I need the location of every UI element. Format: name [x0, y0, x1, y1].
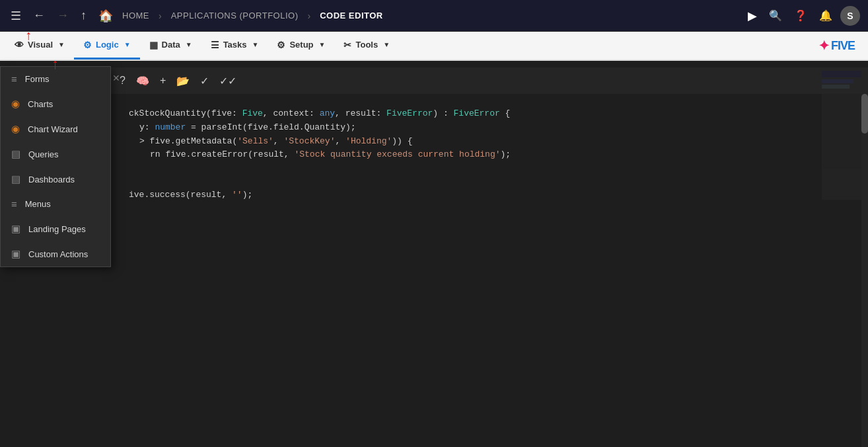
- dropdown-custom-actions[interactable]: ▣ Custom Actions: [1, 241, 110, 266]
- topbar: ☰ ← → ↑ 🏠 HOME › APPLICATIONS (PORTFOLIO…: [0, 0, 868, 32]
- code-line-1: ckStockQuantity(five: Five, context: any…: [129, 107, 855, 121]
- tools-icon: ✂: [344, 40, 351, 50]
- editor-area: ? 🧠 + 📂 ✓ ✓✓ ✕ ckStockQuantity(five: Fiv…: [0, 61, 868, 447]
- up-icon[interactable]: ↑: [78, 6, 89, 25]
- dropdown-menus[interactable]: ≡ Menus: [1, 192, 110, 216]
- breadcrumb-sep-2: ›: [308, 11, 311, 21]
- editor-check-btn[interactable]: ✓: [196, 72, 213, 90]
- nav-tasks-label: Tasks: [223, 40, 247, 50]
- dropdown-dashboards[interactable]: ▤ Dashboards: [1, 167, 110, 192]
- red-arrow-indicator: ↑: [52, 56, 59, 73]
- dropdown-landing-pages[interactable]: ▣ Landing Pages: [1, 216, 110, 241]
- editor-ai-btn[interactable]: 🧠: [132, 72, 153, 90]
- landing-pages-icon: ▣: [11, 223, 20, 235]
- queries-label: Queries: [28, 149, 59, 159]
- close-button[interactable]: ✕: [112, 73, 120, 83]
- forms-icon: ≡: [11, 73, 17, 85]
- code-line-2: y: number = parseInt(five.field.Quantity…: [129, 121, 855, 135]
- data-icon: ▦: [149, 40, 158, 50]
- forward-icon[interactable]: →: [54, 6, 71, 25]
- tasks-caret: ▼: [252, 41, 259, 48]
- editor-folder-btn[interactable]: 📂: [172, 72, 194, 90]
- code-line-6: [129, 175, 855, 188]
- hamburger-icon[interactable]: ☰: [8, 6, 24, 26]
- chart-wizard-icon: ◉: [11, 123, 20, 135]
- visual-caret: ▼: [58, 41, 65, 48]
- help-icon[interactable]: ❓: [790, 5, 811, 26]
- minimap: [822, 67, 861, 200]
- menus-label: Menus: [25, 199, 51, 209]
- nav-logic[interactable]: ⚙ Logic ▼: [74, 32, 140, 60]
- visual-dropdown: ≡ Forms ◉ Charts ◉ Chart Wizard ▤ Querie…: [0, 66, 111, 267]
- logic-caret: ▼: [124, 41, 131, 48]
- nav-data[interactable]: ▦ Data ▼: [140, 32, 201, 60]
- dashboards-icon: ▤: [11, 173, 20, 185]
- tasks-icon: ☰: [211, 40, 219, 50]
- queries-icon: ▤: [11, 148, 20, 160]
- dropdown-queries[interactable]: ▤ Queries: [1, 142, 110, 167]
- run-button[interactable]: ▶: [744, 5, 761, 27]
- setup-icon: ⚙: [277, 40, 285, 50]
- code-line-4: rn five.createError(result, 'Stock quant…: [129, 148, 855, 162]
- editor-toolbar: ? 🧠 + 📂 ✓ ✓✓: [109, 67, 868, 94]
- dashboards-label: Dashboards: [28, 175, 75, 184]
- nav-tools-label: Tools: [355, 40, 378, 50]
- code-line-7: ive.success(result, '');: [129, 188, 855, 202]
- editor-add-btn[interactable]: +: [156, 72, 170, 89]
- nav-logic-label: Logic: [96, 40, 119, 50]
- search-icon[interactable]: 🔍: [765, 5, 786, 26]
- code-editor-content[interactable]: ckStockQuantity(five: Five, context: any…: [109, 94, 868, 447]
- setup-caret: ▼: [319, 41, 326, 48]
- nav-data-label: Data: [162, 40, 180, 50]
- nav-setup-label: Setup: [289, 40, 313, 50]
- scrollbar-thumb[interactable]: [861, 94, 868, 134]
- code-line-3: > five.getMetadata('Sells', 'StockKey', …: [129, 135, 855, 149]
- custom-actions-label: Custom Actions: [28, 249, 88, 259]
- visual-icon: 👁: [15, 40, 24, 50]
- back-icon[interactable]: ←: [30, 6, 48, 25]
- red-arrow-top: ↑: [25, 28, 32, 43]
- editor-double-check-btn[interactable]: ✓✓: [215, 72, 240, 90]
- logic-icon: ⚙: [83, 40, 92, 50]
- logo-star: ✦: [818, 38, 830, 54]
- breadcrumb-sep-1: ›: [159, 11, 162, 21]
- dropdown-chart-wizard[interactable]: ◉ Chart Wizard: [1, 116, 110, 142]
- menus-icon: ≡: [11, 198, 17, 210]
- nav-tasks[interactable]: ☰ Tasks ▼: [201, 32, 268, 60]
- home-icon[interactable]: 🏠: [96, 6, 116, 26]
- vertical-scrollbar[interactable]: [861, 94, 868, 447]
- nav-setup[interactable]: ⚙ Setup ▼: [268, 32, 334, 60]
- editor-panel: ? 🧠 + 📂 ✓ ✓✓ ✕ ckStockQuantity(five: Fiv…: [109, 67, 868, 447]
- topbar-right: ▶ 🔍 ❓ 🔔 S: [744, 5, 860, 27]
- chart-wizard-label: Chart Wizard: [28, 124, 78, 134]
- navbar: 👁 Visual ▼ ↑ ⚙ Logic ▼ ▦ Data ▼ ☰ Tasks …: [0, 32, 868, 61]
- dropdown-charts[interactable]: ◉ Charts: [1, 91, 110, 116]
- landing-pages-label: Landing Pages: [28, 224, 86, 234]
- breadcrumb-home[interactable]: HOME: [122, 11, 149, 20]
- nav-tools[interactable]: ✂ Tools ▼: [334, 32, 399, 60]
- breadcrumb-editor: CODE EDITOR: [320, 11, 383, 20]
- logo-text: FIVE: [831, 39, 855, 53]
- breadcrumb-apps[interactable]: APPLICATIONS (PORTFOLIO): [171, 11, 299, 20]
- custom-actions-icon: ▣: [11, 248, 20, 260]
- data-caret: ▼: [186, 41, 192, 48]
- five-logo: ✦ FIVE: [818, 38, 855, 54]
- charts-icon: ◉: [11, 98, 20, 110]
- tools-caret: ▼: [383, 41, 390, 48]
- notification-icon[interactable]: 🔔: [815, 5, 836, 26]
- avatar[interactable]: S: [840, 6, 860, 26]
- code-line-5: [129, 162, 855, 175]
- nav-visual[interactable]: 👁 Visual ▼ ↑: [5, 32, 74, 60]
- forms-label: Forms: [25, 74, 50, 84]
- nav-right: ✦ FIVE: [818, 32, 863, 60]
- charts-label: Charts: [28, 99, 53, 109]
